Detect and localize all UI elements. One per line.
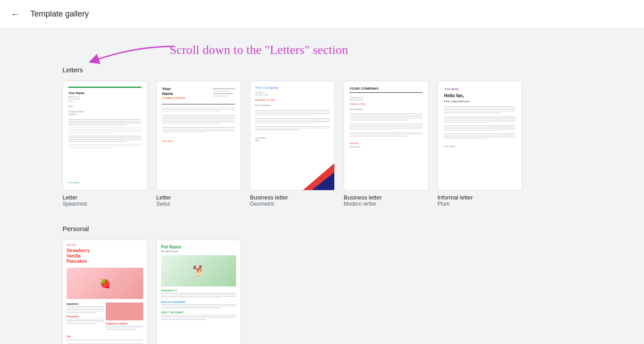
template-name-plum: Informal letter — [437, 194, 522, 201]
back-button[interactable]: ← — [7, 6, 23, 22]
back-icon: ← — [11, 9, 20, 19]
template-recipe-coral[interactable]: Recipe StrawberryVanillaPancakes 🍓 Ingre… — [62, 240, 147, 344]
template-letter-swiss[interactable]: YourName Creative Director — [156, 81, 241, 207]
template-thumb-pet: Pet Name My best friend 🐕 Personality He… — [156, 240, 241, 344]
letters-grid: Your Name Address line 1City, State ZIPP… — [62, 81, 582, 207]
template-subtitle-modern: Modern writer — [344, 201, 428, 207]
personal-section: Personal Recipe StrawberryVanillaPancake… — [62, 225, 582, 344]
template-thumb-spearmint: Your Name Address line 1City, State ZIPP… — [62, 81, 147, 191]
template-subtitle-spearmint: Spearmint — [62, 201, 147, 207]
personal-grid: Recipe StrawberryVanillaPancakes 🍓 Ingre… — [62, 240, 582, 344]
annotation-arrow — [80, 42, 179, 66]
template-letter-spearmint[interactable]: Your Name Address line 1City, State ZIPP… — [62, 81, 147, 207]
template-business-geo[interactable]: Your Company 123 Main StCity, State 1234… — [250, 81, 335, 207]
template-name-swiss: Letter — [156, 194, 241, 201]
template-name-spearmint: Letter — [62, 194, 147, 201]
template-name-geo: Business letter — [250, 194, 335, 201]
letters-section-title: Letters — [62, 66, 582, 74]
template-subtitle-plum: Plum — [437, 201, 522, 207]
template-pet-spearmint[interactable]: Pet Name My best friend 🐕 Personality He… — [156, 240, 241, 344]
template-subtitle-swiss: Swiss — [156, 201, 241, 207]
personal-section-title: Personal — [62, 225, 582, 232]
page-title: Template gallery — [30, 9, 89, 19]
main-content: Scroll down to the "Letters" section Let… — [0, 29, 644, 344]
template-thumb-plum: Your Book Hello fan, First, a big thank … — [437, 81, 522, 191]
template-thumb-geo: Your Company 123 Main StCity, State 1234… — [250, 81, 335, 191]
template-business-modern[interactable]: YOUR COMPANY 123 Address LineCity, State… — [344, 81, 428, 207]
template-thumb-recipe: Recipe StrawberryVanillaPancakes 🍓 Ingre… — [62, 240, 147, 344]
pet-image-placeholder: 🐕 — [161, 255, 236, 286]
recipe-image-placeholder: 🍓 — [66, 268, 143, 299]
template-subtitle-geo: Geometric — [250, 201, 335, 207]
template-thumb-modern: YOUR COMPANY 123 Address LineCity, State… — [344, 81, 428, 191]
annotation-text: Scroll down to the "Letters" section — [170, 43, 348, 57]
template-informal-plum[interactable]: Your Book Hello fan, First, a big thank … — [437, 81, 522, 207]
header: ← Template gallery — [0, 0, 644, 29]
letters-section: Letters Your Name Address line 1City, St… — [62, 66, 582, 207]
template-thumb-swiss: YourName Creative Director — [156, 81, 241, 191]
template-name-modern: Business letter — [344, 194, 428, 201]
